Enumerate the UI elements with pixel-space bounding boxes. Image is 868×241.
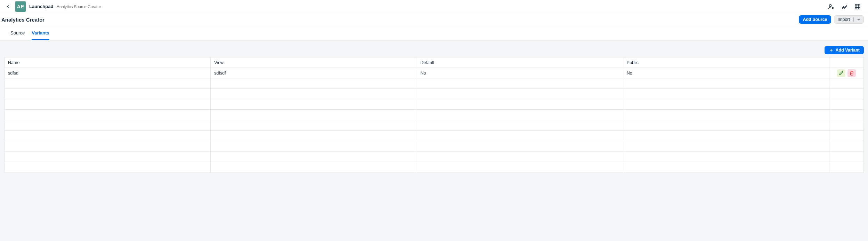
cell-empty bbox=[417, 120, 623, 131]
col-header-view: View bbox=[211, 57, 417, 68]
cell-empty bbox=[211, 110, 417, 120]
user-settings-button[interactable] bbox=[828, 3, 835, 10]
table-row-empty bbox=[5, 141, 864, 151]
cell-empty bbox=[5, 162, 211, 172]
add-variant-label: Add Variant bbox=[836, 48, 860, 53]
cell-empty bbox=[829, 141, 864, 151]
add-variant-button[interactable]: Add Variant bbox=[825, 46, 864, 54]
cell-empty bbox=[829, 151, 864, 162]
table-row[interactable]: sdfsdsdfsdfNoNo bbox=[5, 68, 864, 78]
cell-empty bbox=[623, 89, 829, 99]
cell-public: No bbox=[623, 68, 829, 78]
grid-icon bbox=[854, 3, 861, 10]
cell-empty bbox=[623, 78, 829, 89]
table-row-empty bbox=[5, 78, 864, 89]
app-logo: AE bbox=[15, 1, 26, 12]
page-title: Analytics Creator bbox=[1, 17, 44, 23]
cell-empty bbox=[211, 120, 417, 131]
page-bar: Analytics Creator Add Source Import bbox=[0, 13, 868, 26]
cell-empty bbox=[211, 162, 417, 172]
table-row-empty bbox=[5, 151, 864, 162]
delete-button[interactable] bbox=[847, 69, 856, 77]
chart-line-icon bbox=[841, 3, 847, 10]
cell-empty bbox=[829, 89, 864, 99]
cell-empty bbox=[417, 110, 623, 120]
grid-button[interactable] bbox=[854, 3, 861, 10]
col-header-name: Name bbox=[5, 57, 211, 68]
tab-bar: Source Variants bbox=[0, 26, 868, 40]
cell-empty bbox=[417, 99, 623, 110]
import-button[interactable]: Import bbox=[834, 16, 853, 23]
cell-empty bbox=[5, 78, 211, 89]
cell-empty bbox=[623, 141, 829, 151]
chevron-down-icon bbox=[857, 17, 861, 22]
cell-empty bbox=[5, 120, 211, 131]
shell-subtitle: Analytics Source Creator bbox=[57, 5, 101, 9]
cell-empty bbox=[623, 120, 829, 131]
table-row-empty bbox=[5, 162, 864, 172]
cell-empty bbox=[829, 110, 864, 120]
cell-empty bbox=[623, 151, 829, 162]
cell-empty bbox=[211, 141, 417, 151]
tab-source[interactable]: Source bbox=[10, 26, 25, 40]
svg-rect-2 bbox=[855, 4, 860, 9]
cell-empty bbox=[5, 99, 211, 110]
cell-empty bbox=[829, 99, 864, 110]
cell-empty bbox=[417, 141, 623, 151]
back-button[interactable] bbox=[4, 3, 12, 10]
import-button-group: Import bbox=[834, 15, 864, 24]
cell-empty bbox=[829, 78, 864, 89]
col-header-actions bbox=[829, 57, 864, 68]
table-row-empty bbox=[5, 110, 864, 120]
analytics-button[interactable] bbox=[841, 3, 848, 10]
cell-empty bbox=[5, 110, 211, 120]
cell-empty bbox=[5, 141, 211, 151]
cell-empty bbox=[211, 78, 417, 89]
table-row-empty bbox=[5, 89, 864, 99]
cell-empty bbox=[417, 131, 623, 141]
import-dropdown-button[interactable] bbox=[854, 16, 863, 23]
cell-empty bbox=[829, 131, 864, 141]
cell-empty bbox=[417, 78, 623, 89]
user-gear-icon bbox=[828, 3, 834, 10]
trash-icon bbox=[849, 71, 854, 76]
shell-bar: AE Launchpad Analytics Source Creator bbox=[0, 0, 868, 13]
variants-table: Name View Default Public sdfsdsdfsdfNoNo bbox=[4, 57, 864, 172]
add-source-label: Add Source bbox=[803, 17, 827, 22]
cell-empty bbox=[417, 89, 623, 99]
cell-empty bbox=[829, 162, 864, 172]
cell-empty bbox=[5, 151, 211, 162]
add-source-button[interactable]: Add Source bbox=[799, 15, 831, 24]
cell-empty bbox=[623, 99, 829, 110]
cell-empty bbox=[211, 151, 417, 162]
shell-title: Launchpad bbox=[29, 4, 53, 9]
cell-actions bbox=[829, 68, 864, 78]
table-header-row: Name View Default Public bbox=[5, 57, 864, 68]
cell-empty bbox=[623, 162, 829, 172]
cell-empty bbox=[417, 162, 623, 172]
cell-empty bbox=[417, 151, 623, 162]
cell-empty bbox=[623, 131, 829, 141]
cell-name: sdfsd bbox=[5, 68, 211, 78]
import-label: Import bbox=[838, 17, 850, 22]
cell-empty bbox=[829, 120, 864, 131]
cell-empty bbox=[211, 99, 417, 110]
edit-button[interactable] bbox=[837, 69, 845, 77]
col-header-default: Default bbox=[417, 57, 623, 68]
svg-point-1 bbox=[832, 7, 833, 8]
col-header-public: Public bbox=[623, 57, 829, 68]
cell-empty bbox=[623, 110, 829, 120]
cell-view: sdfsdf bbox=[211, 68, 417, 78]
cell-empty bbox=[211, 89, 417, 99]
chevron-left-icon bbox=[6, 4, 10, 9]
content-area: Add Variant Name View Default Public sdf… bbox=[0, 40, 868, 183]
pencil-icon bbox=[839, 71, 844, 76]
plus-icon bbox=[829, 48, 834, 53]
table-row-empty bbox=[5, 99, 864, 110]
cell-default: No bbox=[417, 68, 623, 78]
cell-empty bbox=[211, 131, 417, 141]
cell-empty bbox=[5, 89, 211, 99]
svg-point-0 bbox=[829, 5, 832, 7]
table-row-empty bbox=[5, 131, 864, 141]
tab-variants[interactable]: Variants bbox=[32, 26, 49, 40]
